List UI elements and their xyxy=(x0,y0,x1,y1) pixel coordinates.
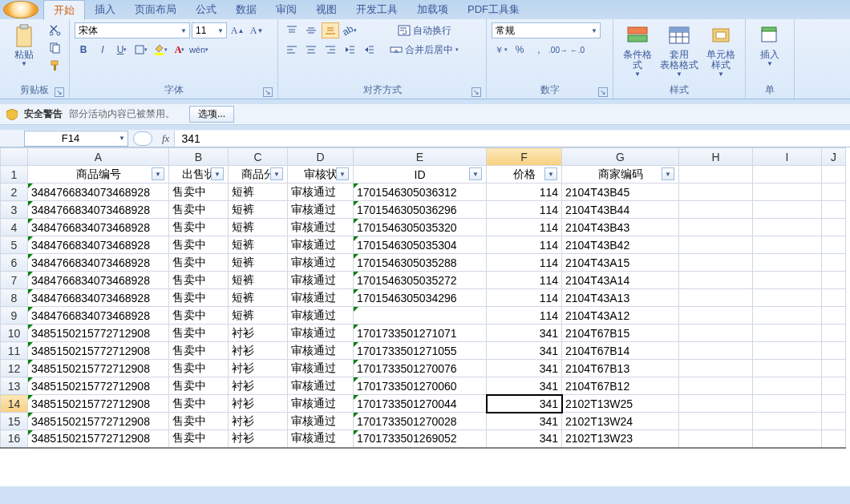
formula-input[interactable] xyxy=(174,131,850,147)
cell[interactable]: 审核通过 xyxy=(288,201,354,219)
tab-6[interactable]: 视图 xyxy=(306,0,346,20)
conditional-format-button[interactable]: 条件格式▼ xyxy=(618,22,657,79)
row-header-5[interactable]: 5 xyxy=(1,236,28,254)
cell[interactable]: 2104T43A13 xyxy=(562,289,679,307)
launcher-icon[interactable]: ↘ xyxy=(263,87,273,97)
row-header-15[interactable]: 15 xyxy=(1,413,28,430)
cell[interactable]: 短裤 xyxy=(229,183,288,201)
tab-7[interactable]: 开发工具 xyxy=(346,0,407,20)
cell[interactable]: 341 xyxy=(487,413,562,430)
chevron-down-icon[interactable]: ▼ xyxy=(178,27,189,34)
cell[interactable] xyxy=(822,360,846,377)
header-cell[interactable]: 出售状▼ xyxy=(169,166,229,183)
cell[interactable] xyxy=(753,360,822,377)
header-cell[interactable] xyxy=(679,166,753,183)
cell[interactable]: 售卖中 xyxy=(169,377,229,395)
chevron-down-icon[interactable]: ▼ xyxy=(215,27,226,34)
cell[interactable]: 2104T67B14 xyxy=(562,342,679,360)
cell[interactable] xyxy=(679,236,753,254)
cell[interactable] xyxy=(679,430,753,448)
header-cell[interactable]: ID▼ xyxy=(354,166,487,183)
cell[interactable]: 衬衫 xyxy=(229,395,288,413)
cell[interactable]: 审核通过 xyxy=(288,413,354,430)
cell[interactable]: 售卖中 xyxy=(169,183,229,201)
cell[interactable]: 341 xyxy=(487,430,562,448)
col-header-C[interactable]: C xyxy=(229,148,288,166)
spreadsheet[interactable]: ABCDEFGHIJ1商品编号▼出售状▼商品分▼审核状▼ID▼价格▼商家编码▼2… xyxy=(0,147,850,486)
cell[interactable]: 341 xyxy=(487,395,562,413)
cell[interactable]: 1701733501270044 xyxy=(354,395,487,413)
cell[interactable]: 售卖中 xyxy=(169,289,229,307)
cell[interactable]: 售卖中 xyxy=(169,413,229,430)
cell[interactable] xyxy=(753,395,822,413)
fx-icon[interactable]: fx xyxy=(162,132,169,145)
cell[interactable]: 3484766834073468928 xyxy=(28,272,169,289)
font-name-combo[interactable]: ▼ xyxy=(75,22,190,38)
cell[interactable] xyxy=(679,289,753,307)
cell[interactable]: 审核通过 xyxy=(288,395,354,413)
cell[interactable] xyxy=(822,254,846,272)
align-center-button[interactable] xyxy=(302,42,320,58)
cell[interactable] xyxy=(679,395,753,413)
align-left-button[interactable] xyxy=(283,42,301,58)
row-header-4[interactable]: 4 xyxy=(1,219,28,236)
cell[interactable] xyxy=(354,307,487,325)
launcher-icon[interactable]: ↘ xyxy=(598,87,608,97)
font-size-combo[interactable]: ▼ xyxy=(192,22,227,38)
grow-font-button[interactable]: A▲ xyxy=(229,22,246,38)
cell[interactable] xyxy=(679,201,753,219)
cell[interactable]: 114 xyxy=(487,201,562,219)
cell[interactable] xyxy=(753,430,822,448)
align-middle-button[interactable] xyxy=(302,22,320,38)
cell[interactable]: 1701733501270060 xyxy=(354,377,487,395)
tab-0[interactable]: 开始 xyxy=(43,0,85,20)
cell[interactable] xyxy=(679,183,753,201)
filter-button[interactable]: ▼ xyxy=(152,167,164,180)
comma-button[interactable]: , xyxy=(530,42,548,58)
cell[interactable]: 1701733501271071 xyxy=(354,325,487,342)
cell[interactable]: 3484766834073468928 xyxy=(28,236,169,254)
cell[interactable] xyxy=(822,395,846,413)
font-color-button[interactable]: A▾ xyxy=(171,42,188,58)
cell[interactable]: 审核通过 xyxy=(288,254,354,272)
cell[interactable]: 2102T13W25 xyxy=(562,395,679,413)
cell[interactable]: 审核通过 xyxy=(288,219,354,236)
cell[interactable]: 衬衫 xyxy=(229,413,288,430)
cell[interactable]: 2104T43B43 xyxy=(562,219,679,236)
row-header-3[interactable]: 3 xyxy=(1,201,28,219)
header-cell[interactable]: 审核状▼ xyxy=(288,166,354,183)
launcher-icon[interactable]: ↘ xyxy=(55,87,64,97)
col-header-B[interactable]: B xyxy=(169,148,229,166)
cell[interactable] xyxy=(753,183,822,201)
cell[interactable]: 3485150215772712908 xyxy=(28,413,169,430)
cell[interactable]: 售卖中 xyxy=(169,219,229,236)
tab-2[interactable]: 页面布局 xyxy=(125,0,186,20)
cell[interactable]: 3484766834073468928 xyxy=(28,307,169,325)
header-cell[interactable]: 商品分▼ xyxy=(229,166,288,183)
cell[interactable]: 3484766834073468928 xyxy=(28,219,169,236)
bold-button[interactable]: B xyxy=(75,42,92,58)
header-cell[interactable] xyxy=(822,166,846,183)
cell[interactable]: 售卖中 xyxy=(169,201,229,219)
cell[interactable]: 衬衫 xyxy=(229,342,288,360)
cell[interactable]: 2104T43A12 xyxy=(562,307,679,325)
cell[interactable]: 2104T67B15 xyxy=(562,325,679,342)
filter-button[interactable]: ▼ xyxy=(544,167,557,180)
cell[interactable] xyxy=(822,430,846,448)
cell[interactable] xyxy=(822,307,846,325)
cell[interactable] xyxy=(822,289,846,307)
table-format-button[interactable]: 套用 表格格式▼ xyxy=(660,22,698,79)
row-header-1[interactable]: 1 xyxy=(1,166,28,183)
cell[interactable]: 3485150215772712908 xyxy=(28,395,169,413)
cell[interactable]: 售卖中 xyxy=(169,272,229,289)
indent-inc-button[interactable] xyxy=(360,42,378,58)
cell[interactable]: 2104T43B44 xyxy=(562,201,679,219)
number-format-input[interactable] xyxy=(492,23,589,38)
cell[interactable] xyxy=(753,289,822,307)
cell[interactable]: 114 xyxy=(487,307,562,325)
cell[interactable]: 短裤 xyxy=(229,272,288,289)
row-header-16[interactable]: 16 xyxy=(1,430,28,448)
cell[interactable]: 1701733501271055 xyxy=(354,342,487,360)
underline-button[interactable]: U▾ xyxy=(113,42,131,58)
cell[interactable]: 售卖中 xyxy=(169,395,229,413)
